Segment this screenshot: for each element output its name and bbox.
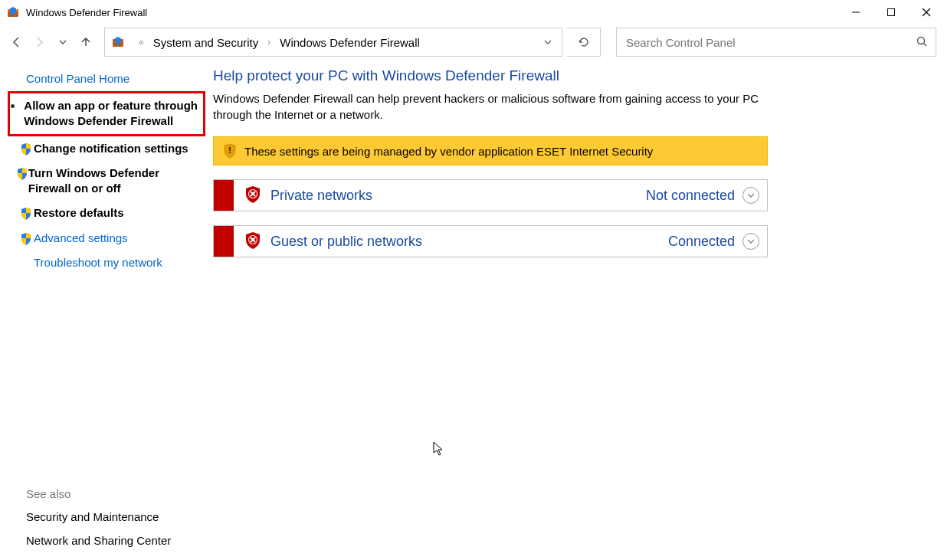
sidebar-item-turn-on-off[interactable]: Turn Windows Defender Firewall on or off bbox=[8, 161, 205, 201]
sidebar-item-label: Troubleshoot my network bbox=[34, 255, 162, 270]
network-status: Connected bbox=[668, 234, 742, 250]
network-row-private[interactable]: Private networks Not connected bbox=[213, 179, 768, 211]
up-button[interactable] bbox=[77, 33, 95, 51]
svg-rect-3 bbox=[888, 9, 895, 16]
shield-blocked-icon bbox=[244, 185, 261, 206]
sidebar-item-label: Allow an app or feature through Windows … bbox=[24, 98, 200, 129]
status-stripe bbox=[214, 226, 234, 257]
minimize-button[interactable] bbox=[838, 0, 874, 25]
svg-line-8 bbox=[924, 43, 927, 46]
see-also-title: See also bbox=[26, 483, 205, 505]
address-dropdown[interactable] bbox=[537, 28, 559, 56]
uac-shield-icon bbox=[20, 207, 32, 221]
sidebar-item-label: Restore defaults bbox=[34, 205, 124, 221]
network-label: Private networks bbox=[270, 188, 372, 204]
sidebar-item-label: Advanced settings bbox=[34, 231, 128, 246]
status-stripe bbox=[214, 180, 234, 211]
sidebar-item-label: Change notification settings bbox=[34, 141, 188, 156]
search-input[interactable] bbox=[624, 35, 916, 50]
close-button[interactable] bbox=[909, 0, 944, 25]
breadcrumb-system-security[interactable]: System and Security bbox=[152, 36, 261, 49]
sidebar-item-label: Turn Windows Defender Firewall on or off bbox=[28, 165, 202, 197]
navbar: « System and Security › Windows Defender… bbox=[0, 25, 944, 60]
firewall-app-icon bbox=[6, 5, 20, 19]
breadcrumb-firewall[interactable]: Windows Defender Firewall bbox=[278, 36, 421, 49]
maximize-button[interactable] bbox=[874, 0, 909, 25]
see-also-network-sharing[interactable]: Network and Sharing Center bbox=[26, 529, 205, 552]
forward-button[interactable] bbox=[31, 33, 49, 51]
titlebar: Windows Defender Firewall bbox=[0, 0, 944, 25]
network-status: Not connected bbox=[646, 188, 742, 204]
recent-dropdown[interactable] bbox=[54, 33, 72, 51]
see-also-section: See also Security and Maintenance Networ… bbox=[8, 483, 205, 552]
search-box[interactable] bbox=[616, 28, 936, 57]
control-panel-icon bbox=[111, 35, 125, 49]
shield-blocked-icon bbox=[244, 231, 261, 252]
page-description: Windows Defender Firewall can help preve… bbox=[213, 90, 765, 136]
breadcrumb-overflow[interactable]: « bbox=[131, 37, 152, 47]
svg-text:!: ! bbox=[228, 146, 231, 155]
window-title: Windows Defender Firewall bbox=[26, 7, 147, 18]
alert-banner: ! These settings are being managed by ve… bbox=[213, 136, 768, 165]
warning-shield-icon: ! bbox=[223, 143, 237, 159]
network-label: Guest or public networks bbox=[270, 234, 422, 250]
window-controls bbox=[838, 0, 944, 25]
alert-text: These settings are being managed by vend… bbox=[244, 145, 653, 158]
sidebar-item-troubleshoot[interactable]: Troubleshoot my network bbox=[8, 251, 205, 275]
expand-chevron-icon[interactable] bbox=[742, 233, 759, 250]
expand-chevron-icon[interactable] bbox=[742, 187, 759, 204]
main-panel: Help protect your PC with Windows Defend… bbox=[213, 60, 944, 560]
sidebar-item-restore-defaults[interactable]: Restore defaults bbox=[8, 201, 205, 225]
search-icon[interactable] bbox=[916, 35, 928, 50]
uac-shield-icon bbox=[20, 232, 32, 246]
address-bar[interactable]: « System and Security › Windows Defender… bbox=[104, 28, 562, 57]
bullet-icon bbox=[11, 104, 15, 108]
refresh-button[interactable] bbox=[567, 28, 601, 57]
svg-point-7 bbox=[918, 37, 925, 44]
see-also-security-maintenance[interactable]: Security and Maintenance bbox=[26, 505, 205, 529]
control-panel-home-link[interactable]: Control Panel Home bbox=[8, 66, 205, 91]
sidebar-item-notification-settings[interactable]: Change notification settings bbox=[8, 136, 205, 161]
sidebar-item-allow-app[interactable]: Allow an app or feature through Windows … bbox=[8, 91, 205, 136]
content-area: Control Panel Home Allow an app or featu… bbox=[0, 60, 944, 560]
sidebar: Control Panel Home Allow an app or featu… bbox=[0, 60, 213, 560]
sidebar-item-advanced-settings[interactable]: Advanced settings bbox=[8, 226, 205, 251]
back-button[interactable] bbox=[8, 33, 26, 51]
uac-shield-icon bbox=[16, 167, 28, 181]
page-title: Help protect your PC with Windows Defend… bbox=[213, 66, 944, 90]
uac-shield-icon bbox=[20, 142, 32, 156]
network-row-public[interactable]: Guest or public networks Connected bbox=[213, 225, 768, 257]
breadcrumb-separator: › bbox=[260, 37, 278, 47]
